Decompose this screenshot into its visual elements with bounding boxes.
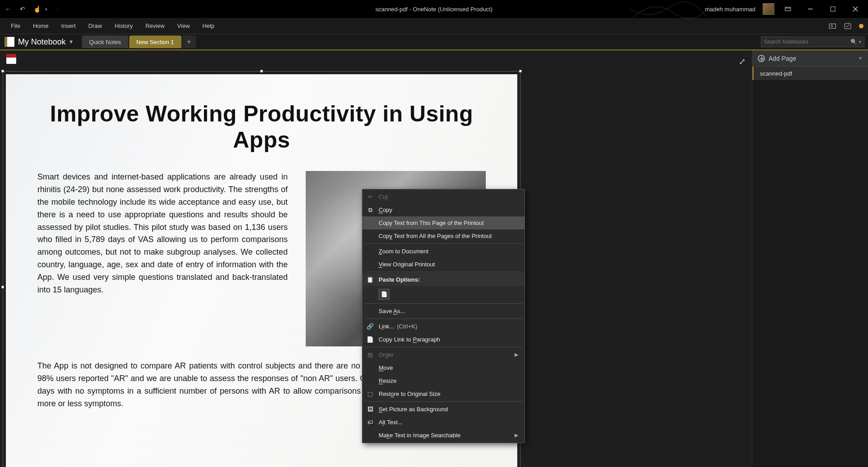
context-menu: ✂ Cut ⧉ Copy Copy Text from This Page of… [362, 189, 525, 443]
doc-column-text: Smart devices and internet-based applica… [37, 171, 288, 346]
add-page-dropdown-icon[interactable]: ▼ [858, 56, 863, 61]
paste-icon: 📋 [366, 276, 374, 284]
paste-keep-formatting-button[interactable]: 📄 [379, 289, 389, 300]
ctx-move[interactable]: Move [362, 361, 524, 374]
ctx-resize[interactable]: Resize [362, 374, 524, 387]
add-page-label: Add Page [769, 55, 796, 62]
page-pane: Add Page ▼ scanned-pdf [752, 50, 868, 467]
notebook-icon [5, 37, 14, 47]
close-button[interactable] [846, 3, 864, 15]
canvas[interactable]: ⤢ Improve Working Productivity in Using … [0, 50, 752, 467]
ctx-cut: ✂ Cut [362, 190, 524, 203]
ctx-paste-header: 📋 Paste Options: [362, 273, 524, 286]
ribbon-tab-history[interactable]: History [108, 19, 139, 33]
ctx-zoom-document[interactable]: Zoom to Document [362, 245, 524, 258]
add-page-button[interactable]: Add Page ▼ [752, 50, 868, 67]
ctx-separator [364, 303, 523, 304]
submenu-arrow-icon: ▶ [515, 352, 518, 358]
section-tab-new-section-1[interactable]: New Section 1 [129, 36, 181, 48]
submenu-arrow-icon: ▶ [515, 432, 518, 438]
add-section-button[interactable]: + [182, 36, 196, 48]
page-item-scanned-pdf[interactable]: scanned-pdf [752, 67, 868, 80]
search-box[interactable]: 🔍 ▾ [761, 36, 864, 47]
add-page-icon [758, 55, 765, 62]
ribbon-display-button[interactable] [779, 3, 797, 15]
ctx-set-background[interactable]: 🖼 Set Picture as Background [362, 403, 524, 416]
window-title: scanned-pdf - OneNote (Unlicensed Produc… [375, 6, 493, 13]
cut-icon: ✂ [366, 193, 374, 201]
resize-handle[interactable] [519, 70, 522, 72]
back-button[interactable]: ← [4, 4, 13, 13]
search-input[interactable] [764, 39, 850, 45]
restore-icon: ⬚ [366, 390, 374, 398]
qat-overflow-icon[interactable]: ⋯ [53, 4, 62, 13]
search-dropdown-icon[interactable]: ▾ [859, 40, 861, 44]
titlebar: ← ↶ ☝ ▾ ⋯ scanned-pdf - OneNote (Unlicen… [0, 0, 868, 18]
resize-handle[interactable] [260, 70, 263, 72]
user-avatar[interactable] [763, 3, 774, 15]
ctx-alt-text[interactable]: 🏷 Alt Text... [362, 416, 524, 429]
ctx-separator [364, 319, 523, 319]
ribbon-tab-view[interactable]: View [171, 19, 196, 33]
notebook-name[interactable]: My Notebook [18, 37, 66, 47]
svg-rect-6 [829, 24, 836, 28]
ribbon-tab-help[interactable]: Help [196, 19, 221, 33]
notebook-dropdown-icon[interactable]: ▼ [68, 39, 74, 45]
ribbon: File Home Insert Draw History Review Vie… [0, 18, 868, 34]
section-tab-quick-notes[interactable]: Quick Notes [82, 36, 128, 48]
ctx-paste-options: 📄 [362, 286, 524, 302]
pdf-attachment-icon[interactable] [6, 54, 16, 64]
maximize-button[interactable] [824, 3, 842, 15]
ctx-separator [364, 347, 523, 347]
ctx-separator [364, 243, 523, 244]
touch-mode-button[interactable]: ☝ [32, 4, 41, 13]
copy-link-icon: 📄 [366, 336, 374, 344]
resize-handle[interactable] [1, 70, 4, 72]
ctx-copy-text-all[interactable]: Copy Text from All the Pages of the Prin… [362, 229, 524, 242]
ctx-restore-size[interactable]: ⬚ Restore to Original Size [362, 387, 524, 400]
username-label: madeh muhammad [705, 6, 755, 13]
link-icon: 🔗 [366, 323, 374, 331]
ribbon-tab-review[interactable]: Review [139, 19, 171, 33]
ctx-separator [364, 401, 523, 402]
search-icon[interactable]: 🔍 [850, 39, 857, 45]
undo-button[interactable]: ↶ [18, 4, 27, 13]
svg-rect-0 [785, 7, 791, 11]
sync-status-icon[interactable] [859, 24, 863, 28]
doc-heading: Improve Working Productivity in Using Ap… [37, 101, 486, 153]
ctx-view-original[interactable]: View Original Printout [362, 258, 524, 271]
background-icon: 🖼 [366, 405, 374, 413]
copy-icon: ⧉ [366, 206, 374, 214]
meeting-notes-icon[interactable] [844, 22, 852, 30]
resize-handle[interactable] [1, 286, 4, 288]
ctx-copy-link-paragraph[interactable]: 📄 Copy Link to Paragraph [362, 333, 524, 346]
ribbon-tab-draw[interactable]: Draw [82, 19, 108, 33]
ctx-copy-text-page[interactable]: Copy Text from This Page of the Printout [362, 216, 524, 229]
ribbon-tab-file[interactable]: File [5, 19, 27, 33]
qat-dropdown-icon[interactable]: ▾ [45, 7, 47, 12]
ctx-link[interactable]: 🔗 Link...(Ctrl+K) [362, 320, 524, 333]
expand-icon[interactable]: ⤢ [739, 57, 746, 67]
ctx-separator [364, 272, 523, 272]
page-item-label: scanned-pdf [760, 70, 792, 77]
ctx-save-as[interactable]: Save As... [362, 305, 524, 318]
ctx-order: ▤ Order▶ [362, 348, 524, 361]
notebook-bar: My Notebook ▼ Quick Notes New Section 1 … [0, 34, 868, 50]
ctx-make-searchable[interactable]: Make Text in Image Searchable▶ [362, 429, 524, 442]
svg-rect-3 [831, 7, 835, 11]
ribbon-tab-insert[interactable]: Insert [55, 19, 82, 33]
ribbon-tab-home[interactable]: Home [27, 19, 55, 33]
svg-rect-7 [845, 23, 851, 29]
order-icon: ▤ [366, 351, 374, 359]
alt-text-icon: 🏷 [366, 418, 374, 427]
ctx-copy[interactable]: ⧉ Copy [362, 203, 524, 216]
minimize-button[interactable] [801, 3, 819, 15]
send-to-onenote-icon[interactable] [828, 22, 836, 30]
